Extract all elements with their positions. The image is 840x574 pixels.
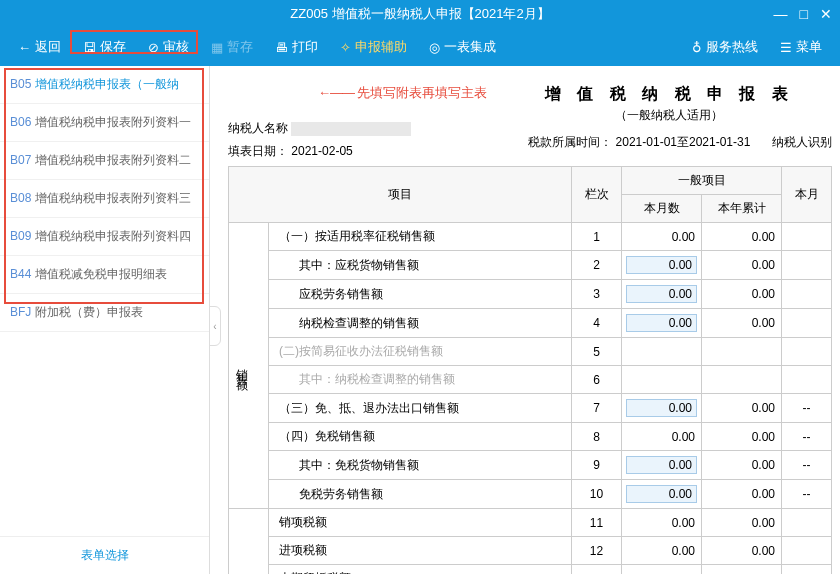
taxpayer-id-label: 纳税人识别 xyxy=(772,134,832,151)
year-value: 0.00 xyxy=(702,394,782,423)
row-label: 其中：应税货物销售额 xyxy=(269,251,572,280)
print-button[interactable]: 🖶 打印 xyxy=(267,34,326,60)
table-row: 销售额（一）按适用税率征税销售额10.000.00 xyxy=(229,223,832,251)
extra-col xyxy=(782,509,832,537)
month-input[interactable] xyxy=(626,456,697,474)
sidebar-item-code: B09 xyxy=(10,229,31,243)
doc-subtitle: （一般纳税人适用） xyxy=(507,107,832,124)
menu-button[interactable]: ☰ 菜单 xyxy=(772,34,830,60)
integrate-button[interactable]: ◎ 一表集成 xyxy=(421,34,504,60)
temp-button[interactable]: ▦ 暂存 xyxy=(203,34,261,60)
title-bar: ZZ005 增值税一般纳税人申报【2021年2月】 — □ ✕ xyxy=(0,0,840,28)
minimize-button[interactable]: — xyxy=(774,6,788,22)
year-value: 0.00 xyxy=(702,451,782,480)
th-col: 栏次 xyxy=(572,167,622,223)
sidebar-item-B05[interactable]: B05增值税纳税申报表（一般纳 xyxy=(0,66,209,104)
month-value: 0.00 xyxy=(622,223,702,251)
row-index: 12 xyxy=(572,537,622,565)
row-index: 3 xyxy=(572,280,622,309)
check-icon: ⊘ xyxy=(148,40,159,55)
sidebar-item-code: B05 xyxy=(10,77,31,91)
table-row: （四）免税销售额80.000.00-- xyxy=(229,423,832,451)
sidebar-item-code: BFJ xyxy=(10,305,31,319)
year-value: 0.00 xyxy=(702,509,782,537)
table-row: (二)按简易征收办法征税销售额5 xyxy=(229,338,832,366)
extra-col: -- xyxy=(782,394,832,423)
form-select-button[interactable]: 表单选择 xyxy=(0,536,209,574)
row-index: 8 xyxy=(572,423,622,451)
sidebar-item-label: 附加税（费）申报表 xyxy=(35,305,143,319)
table-row: 上期留抵税额130.000.00 xyxy=(229,565,832,575)
row-label: （三）免、抵、退办法出口销售额 xyxy=(269,394,572,423)
table-row: 进项税额120.000.00 xyxy=(229,537,832,565)
table-row: 销项税额110.000.00 xyxy=(229,509,832,537)
extra-col: -- xyxy=(782,480,832,509)
sidebar-item-BFJ[interactable]: BFJ附加税（费）申报表 xyxy=(0,294,209,332)
section-label: 销售额 xyxy=(229,223,269,509)
section-label-2 xyxy=(229,509,269,575)
th-general: 一般项目 xyxy=(622,167,782,195)
sidebar-item-label: 增值税纳税申报表附列资料三 xyxy=(35,191,191,205)
sidebar-item-label: 增值税纳税申报表附列资料一 xyxy=(35,115,191,129)
sidebar-item-B06[interactable]: B06增值税纳税申报表附列资料一 xyxy=(0,104,209,142)
month-value: 0.00 xyxy=(622,509,702,537)
sidebar-item-B07[interactable]: B07增值税纳税申报表附列资料二 xyxy=(0,142,209,180)
table-row: 其中：免税货物销售额90.00-- xyxy=(229,451,832,480)
sidebar-item-B09[interactable]: B09增值税纳税申报表附列资料四 xyxy=(0,218,209,256)
row-index: 5 xyxy=(572,338,622,366)
month-input[interactable] xyxy=(626,485,697,503)
sidebar-item-code: B07 xyxy=(10,153,31,167)
extra-col xyxy=(782,565,832,575)
back-button[interactable]: ← 返回 xyxy=(10,34,69,60)
row-label: 其中：免税货物销售额 xyxy=(269,451,572,480)
sidebar-item-B08[interactable]: B08增值税纳税申报表附列资料三 xyxy=(0,180,209,218)
row-index: 1 xyxy=(572,223,622,251)
year-value: 0.00 xyxy=(702,480,782,509)
row-label: (二)按简易征收办法征税销售额 xyxy=(269,338,572,366)
year-value: 0.00 xyxy=(702,565,782,575)
row-index: 4 xyxy=(572,309,622,338)
row-index: 10 xyxy=(572,480,622,509)
year-value: 0.00 xyxy=(702,537,782,565)
row-label: 纳税检查调整的销售额 xyxy=(269,309,572,338)
audit-button[interactable]: ⊘ 审核 xyxy=(140,34,197,60)
row-index: 7 xyxy=(572,394,622,423)
annotation-note: 先填写附表再填写主表 xyxy=(318,84,487,102)
month-input[interactable] xyxy=(626,314,697,332)
extra-col xyxy=(782,251,832,280)
doc-title: 增 值 税 纳 税 申 报 表 xyxy=(507,84,832,105)
sidebar-item-code: B44 xyxy=(10,267,31,281)
save-button[interactable]: 🖫 保存 xyxy=(75,34,134,60)
hotline-button[interactable]: ♁ 服务热线 xyxy=(684,34,766,60)
maximize-button[interactable]: □ xyxy=(800,6,808,22)
data-table: 项目 栏次 一般项目 本月 本月数 本年累计 销售额（一）按适用税率征税销售额1… xyxy=(228,166,832,574)
sidebar-item-code: B08 xyxy=(10,191,31,205)
th-project: 项目 xyxy=(229,167,572,223)
assist-icon: ✧ xyxy=(340,40,351,55)
year-value: 0.00 xyxy=(702,423,782,451)
toolbar: ← 返回 🖫 保存 ⊘ 审核 ▦ 暂存 🖶 打印 ✧ 申报辅助 ◎ 一表集成 ♁… xyxy=(0,28,840,66)
sidebar-item-label: 增值税纳税申报表附列资料四 xyxy=(35,229,191,243)
period-value: 2021-01-01至2021-01-31 xyxy=(616,135,751,149)
close-button[interactable]: ✕ xyxy=(820,6,832,22)
month-input[interactable] xyxy=(626,399,697,417)
row-label: 其中：纳税检查调整的销售额 xyxy=(269,366,572,394)
row-label: 上期留抵税额 xyxy=(269,565,572,575)
extra-col: -- xyxy=(782,423,832,451)
month-input[interactable] xyxy=(626,285,697,303)
month-input[interactable] xyxy=(626,256,697,274)
extra-col xyxy=(782,280,832,309)
taxpayer-name-value xyxy=(291,122,411,136)
assist-button[interactable]: ✧ 申报辅助 xyxy=(332,34,415,60)
fill-date-value: 2021-02-05 xyxy=(291,144,352,158)
window-title: ZZ005 增值税一般纳税人申报【2021年2月】 xyxy=(290,5,549,23)
collapse-sidebar-button[interactable]: ‹ xyxy=(210,306,221,346)
row-label: 销项税额 xyxy=(269,509,572,537)
sidebar-item-B44[interactable]: B44增值税减免税申报明细表 xyxy=(0,256,209,294)
row-index: 6 xyxy=(572,366,622,394)
content-pane: ‹ 先填写附表再填写主表 纳税人名称 填表日期： 2021-02-05 增 值 … xyxy=(210,66,840,574)
month-value: 0.00 xyxy=(622,537,702,565)
row-label: （一）按适用税率征税销售额 xyxy=(269,223,572,251)
year-value: 0.00 xyxy=(702,251,782,280)
sidebar-item-code: B06 xyxy=(10,115,31,129)
